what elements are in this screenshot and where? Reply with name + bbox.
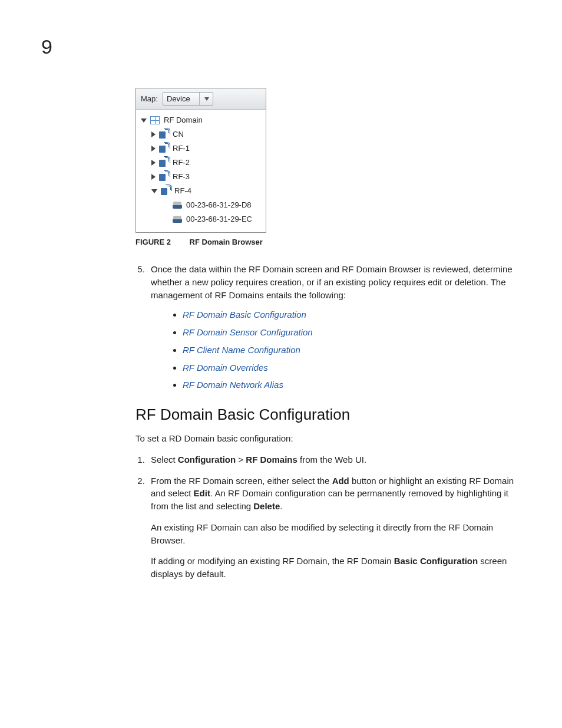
text: from the Web UI.: [297, 454, 366, 465]
link-basic-config[interactable]: RF Domain Basic Configuration: [183, 309, 306, 319]
text: If adding or modifying an existing RF Do…: [151, 556, 394, 566]
step-list-continued: Once the data within the RF Domain scree…: [135, 263, 518, 391]
tree-item-rf4[interactable]: RF-4: [140, 184, 262, 198]
tree-item-label: RF-3: [173, 172, 190, 182]
tree-item-label: RF-1: [173, 144, 190, 153]
figure-caption: FIGURE 2 RF Domain Browser: [135, 238, 518, 246]
step-5: Once the data within the RF Domain scree…: [147, 263, 518, 391]
grid-icon: [150, 116, 160, 124]
rf-domain-browser: Map: Device RF Domain CN: [135, 88, 266, 233]
tree-item-label: RF-4: [174, 186, 191, 196]
expand-down-icon: [141, 118, 147, 123]
list-item: RF Domain Basic Configuration: [183, 308, 518, 321]
ap-icon: [161, 187, 170, 195]
tree-device-label: 00-23-68-31-29-D8: [186, 200, 252, 210]
bold-text: Delete: [253, 501, 280, 511]
link-client-name-config[interactable]: RF Client Name Configuration: [183, 345, 300, 355]
map-label: Map:: [141, 94, 158, 103]
figure-title: RF Domain Browser: [190, 238, 263, 246]
section-heading: RF Domain Basic Configuration: [135, 406, 518, 424]
section-intro: To set a RD Domain basic configuration:: [135, 432, 518, 445]
bold-text: Basic Configuration: [394, 556, 478, 566]
expand-right-icon: [151, 174, 156, 180]
expand-down-icon: [151, 189, 157, 193]
bold-text: Configuration: [178, 454, 236, 465]
procedure-step-2: From the RF Domain screen, either select…: [147, 475, 518, 581]
tree-root[interactable]: RF Domain: [140, 113, 262, 127]
browser-header: Map: Device: [136, 88, 266, 110]
bold-text: RF Domains: [246, 454, 297, 465]
device-icon: [173, 202, 182, 209]
procedure-list: Select Configuration > RF Domains from t…: [135, 453, 518, 581]
list-item: RF Domain Sensor Configuration: [183, 326, 518, 339]
step-2-paragraph-2: An existing RF Domain can also be modifi…: [151, 521, 518, 547]
link-sensor-config[interactable]: RF Domain Sensor Configuration: [183, 327, 313, 337]
tree-item-rf1[interactable]: RF-1: [140, 141, 262, 156]
chevron-down-icon: [204, 97, 209, 101]
expand-right-icon: [151, 146, 156, 151]
tree-item-label: RF-2: [173, 158, 190, 167]
text: >: [236, 454, 246, 465]
map-select[interactable]: Device: [163, 92, 213, 106]
tree-item-rf3[interactable]: RF-3: [140, 170, 262, 184]
text: .: [280, 501, 282, 511]
domain-tree: RF Domain CN RF-1 RF-2: [136, 110, 266, 232]
tree-item-rf2[interactable]: RF-2: [140, 156, 262, 170]
ap-icon: [159, 130, 168, 139]
list-item: RF Domain Overrides: [183, 361, 518, 374]
list-item: RF Domain Network Alias: [183, 378, 518, 391]
text: From the RF Domain screen, either select…: [151, 476, 332, 486]
link-domain-overrides[interactable]: RF Domain Overrides: [183, 363, 268, 373]
tree-device-2[interactable]: 00-23-68-31-29-EC: [140, 212, 262, 226]
ap-icon: [159, 144, 168, 153]
device-icon: [173, 216, 182, 223]
tree-item-label: CN: [173, 130, 184, 139]
expand-right-icon: [151, 160, 156, 166]
bold-text: Add: [332, 476, 349, 486]
topic-links: RF Domain Basic Configuration RF Domain …: [151, 308, 518, 391]
tree-device-1[interactable]: 00-23-68-31-29-D8: [140, 198, 262, 212]
text: Select: [151, 454, 178, 465]
figure-label: FIGURE 2: [135, 238, 171, 246]
ap-icon: [159, 173, 168, 181]
bold-text: Edit: [194, 488, 210, 498]
expand-right-icon: [151, 131, 156, 137]
step-5-text: Once the data within the RF Domain scree…: [151, 264, 513, 300]
tree-root-label: RF Domain: [164, 116, 203, 125]
tree-device-label: 00-23-68-31-29-EC: [186, 215, 252, 224]
procedure-step-1: Select Configuration > RF Domains from t…: [147, 453, 518, 466]
map-select-value: Device: [167, 94, 190, 103]
list-item: RF Client Name Configuration: [183, 344, 518, 357]
tree-item-cn[interactable]: CN: [140, 127, 262, 141]
chapter-number: 9: [41, 35, 521, 58]
link-network-alias[interactable]: RF Domain Network Alias: [183, 380, 283, 390]
ap-icon: [159, 159, 168, 167]
